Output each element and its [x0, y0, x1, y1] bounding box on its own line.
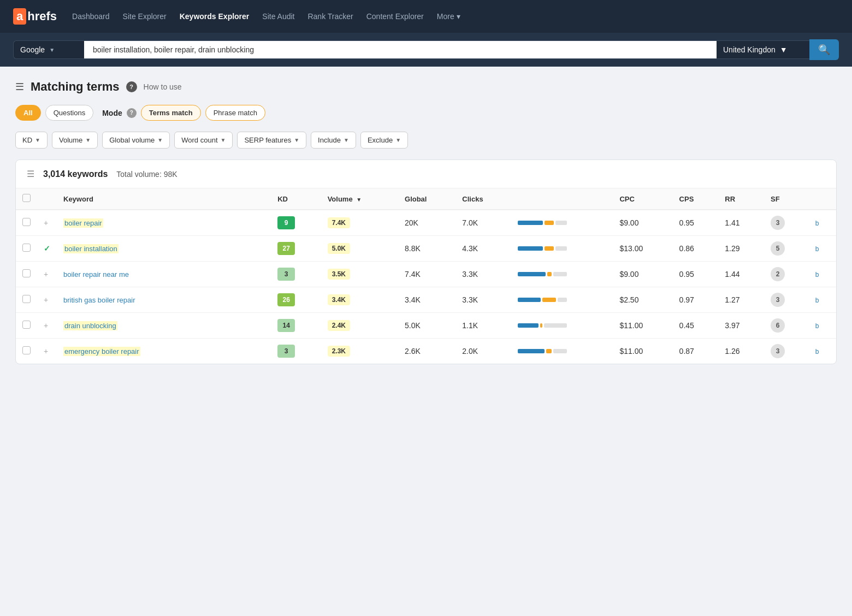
mode-bar: All Questions Mode ? Terms match Phrase … — [15, 105, 837, 121]
nav-site-audit[interactable]: Site Audit — [262, 10, 294, 23]
filter-exclude[interactable]: Exclude ▼ — [360, 132, 408, 149]
progress-segment — [558, 298, 567, 302]
row-checkbox[interactable] — [22, 346, 31, 354]
nav-more[interactable]: More ▾ — [437, 10, 460, 23]
keyword-column-header[interactable]: Keyword — [57, 188, 271, 210]
nav-rank-tracker[interactable]: Rank Tracker — [307, 10, 353, 23]
table-row: ✓boiler installation275.0K8.8K4.3K$13.00… — [16, 236, 836, 262]
keyword-link[interactable]: drain unblocking — [63, 321, 117, 330]
progress-bar — [518, 349, 567, 353]
rr-column-header[interactable]: RR — [718, 188, 764, 210]
row-global-cell: 2.6K — [398, 339, 455, 364]
row-checkbox[interactable] — [22, 218, 31, 226]
page-header: ☰ Matching terms ? How to use — [15, 80, 837, 94]
tab-questions[interactable]: Questions — [45, 105, 94, 121]
kd-badge: 3 — [277, 268, 295, 281]
row-checkbox[interactable] — [22, 321, 31, 329]
volume-column-header[interactable]: Volume ▼ — [321, 188, 398, 210]
row-cps-cell: 0.97 — [673, 287, 719, 313]
country-selector[interactable]: United Kingdon ▼ — [717, 40, 809, 59]
global-volume-chevron-icon: ▼ — [157, 137, 163, 143]
mode-phrase-match[interactable]: Phrase match — [205, 105, 265, 121]
volume-badge: 2.4K — [328, 320, 350, 331]
row-progress-cell — [511, 262, 613, 287]
cps-column-header[interactable]: CPS — [673, 188, 719, 210]
row-checkbox[interactable] — [22, 295, 31, 303]
row-cpc-cell: $9.00 — [613, 210, 672, 236]
logo-a: a — [13, 8, 26, 25]
row-checkbox[interactable] — [22, 269, 31, 277]
table-body: +boiler repair97.4K20K7.0K$9.000.951.413… — [16, 210, 836, 364]
row-add-icon[interactable]: + — [44, 218, 48, 227]
search-button[interactable]: 🔍 — [809, 39, 839, 60]
filter-serp-features[interactable]: SERP features ▼ — [237, 132, 306, 149]
row-more-cell[interactable]: b — [809, 210, 836, 236]
nav-keywords-explorer[interactable]: Keywords Explorer — [180, 10, 250, 23]
nav-site-explorer[interactable]: Site Explorer — [123, 10, 167, 23]
keyword-link[interactable]: emergency boiler repair — [63, 347, 140, 356]
row-checkbox[interactable] — [22, 244, 31, 252]
row-add-icon[interactable]: + — [44, 347, 48, 356]
more-icon[interactable]: b — [815, 322, 819, 330]
more-icon[interactable]: b — [815, 220, 819, 227]
hamburger-icon[interactable]: ☰ — [15, 81, 24, 93]
progress-segment — [540, 323, 542, 328]
row-kd-cell: 3 — [271, 339, 321, 364]
select-all-checkbox[interactable] — [22, 194, 31, 202]
filter-kd[interactable]: KD ▼ — [15, 132, 48, 149]
progress-segment — [555, 221, 567, 225]
row-more-cell[interactable]: b — [809, 339, 836, 364]
more-icon[interactable]: b — [815, 348, 819, 356]
row-more-cell[interactable]: b — [809, 313, 836, 339]
row-check-icon[interactable]: ✓ — [44, 244, 50, 253]
keyword-link[interactable]: boiler installation — [63, 244, 119, 253]
row-more-cell[interactable]: b — [809, 236, 836, 262]
logo[interactable]: ahrefs — [13, 8, 57, 25]
row-more-cell[interactable]: b — [809, 262, 836, 287]
how-to-use-link[interactable]: How to use — [144, 82, 182, 91]
row-add-icon[interactable]: + — [44, 295, 48, 304]
clicks-column-header[interactable]: Clicks — [455, 188, 511, 210]
row-keyword-cell: boiler repair near me — [57, 262, 271, 287]
row-keyword-cell: drain unblocking — [57, 313, 271, 339]
row-more-cell[interactable]: b — [809, 287, 836, 313]
progress-segment — [545, 221, 554, 225]
engine-selector[interactable]: Google ▼ — [13, 40, 84, 59]
kd-column-header[interactable]: KD — [271, 188, 321, 210]
more-icon[interactable]: b — [815, 297, 819, 304]
keyword-link[interactable]: boiler repair near me — [63, 270, 129, 279]
filter-global-volume[interactable]: Global volume ▼ — [102, 132, 170, 149]
row-cpc-cell: $13.00 — [613, 236, 672, 262]
progress-segment — [553, 349, 567, 353]
row-action-cell: ✓ — [37, 236, 57, 262]
keyword-link[interactable]: british gas boiler repair — [63, 296, 135, 304]
total-volume: Total volume: 98K — [116, 170, 177, 179]
row-keyword-cell: emergency boiler repair — [57, 339, 271, 364]
global-column-header[interactable]: Global — [398, 188, 455, 210]
mode-terms-match[interactable]: Terms match — [141, 105, 201, 121]
nav-content-explorer[interactable]: Content Explorer — [366, 10, 424, 23]
filter-volume[interactable]: Volume ▼ — [52, 132, 98, 149]
progress-segment — [544, 323, 567, 328]
help-icon[interactable]: ? — [126, 81, 137, 92]
volume-chevron-icon: ▼ — [85, 137, 91, 143]
keyword-link[interactable]: boiler repair — [63, 218, 103, 228]
tab-all[interactable]: All — [15, 105, 41, 121]
progress-column-header — [511, 188, 613, 210]
cpc-column-header[interactable]: CPC — [613, 188, 672, 210]
filter-include[interactable]: Include ▼ — [311, 132, 356, 149]
sf-column-header[interactable]: SF — [764, 188, 809, 210]
nav-dashboard[interactable]: Dashboard — [72, 10, 110, 23]
kd-chevron-icon: ▼ — [35, 137, 40, 143]
select-all-header[interactable] — [16, 188, 37, 210]
more-icon[interactable]: b — [815, 271, 819, 279]
row-clicks-cell: 2.0K — [455, 339, 511, 364]
search-input[interactable] — [84, 41, 717, 58]
row-add-icon[interactable]: + — [44, 321, 48, 330]
mode-help-icon[interactable]: ? — [127, 108, 137, 118]
more-icon[interactable]: b — [815, 245, 819, 253]
row-clicks-cell: 1.1K — [455, 313, 511, 339]
row-add-icon[interactable]: + — [44, 270, 48, 279]
progress-bar — [518, 246, 567, 251]
filter-word-count[interactable]: Word count ▼ — [174, 132, 233, 149]
